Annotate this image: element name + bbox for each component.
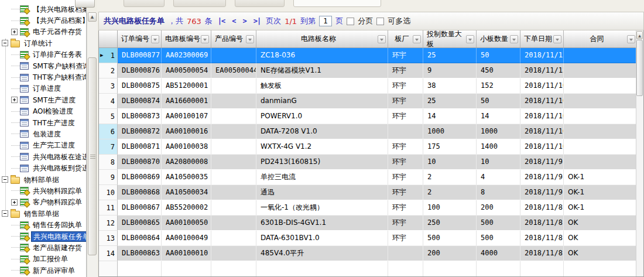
expand-plus-icon[interactable]	[11, 29, 18, 35]
sidebar-item-label[interactable]: 生产完工进度	[31, 141, 77, 150]
row-number-cell[interactable]: 8	[99, 155, 118, 170]
sidebar-item-label[interactable]: 共兴电路板到货进度	[31, 163, 87, 173]
scroll-up-icon[interactable]: ▲	[636, 31, 643, 39]
sidebar-item[interactable]: 生产完工进度	[0, 140, 86, 151]
row-number-cell[interactable]: 14	[99, 246, 118, 261]
sidebar-item-label[interactable]: THT生产进度	[31, 118, 77, 128]
row-number-cell[interactable]: 13	[99, 231, 118, 246]
column-header[interactable]: 投制数量大板	[423, 30, 477, 47]
table-row[interactable]: 5DLB000873AA00100107POWERV1.0环宇14142018/…	[99, 109, 643, 124]
expand-plus-icon[interactable]	[11, 199, 18, 206]
sidebar-item-label[interactable]: 订单统计	[22, 39, 54, 48]
table-row[interactable]: 1▶DLB000877AA02300069ZC18-036环宇25502018/…	[99, 48, 643, 63]
sidebar-item-label[interactable]: 订单排产任务表	[31, 50, 84, 59]
paging-checkbox[interactable]	[347, 18, 354, 25]
sidebar-item-label[interactable]: 【共兴产品档案】	[31, 16, 87, 25]
collapse-minus-icon[interactable]	[2, 176, 8, 183]
sidebar-item[interactable]: 订单统计	[0, 37, 86, 49]
column-header[interactable]: 板厂	[388, 30, 423, 47]
row-number-cell[interactable]: 5	[99, 109, 118, 124]
sidebar-item-label[interactable]: 共兴物料跟踪单	[31, 186, 84, 196]
scroll-up-icon[interactable]: ▲	[88, 12, 97, 22]
row-number-cell[interactable]: 3	[99, 78, 118, 94]
first-page-button[interactable]: |<	[216, 17, 227, 25]
sidebar-item-label[interactable]: 销售任务回执单	[31, 220, 84, 230]
sidebar-item-label[interactable]: AOI检验进度	[31, 107, 75, 116]
expand-plus-icon[interactable]	[11, 97, 18, 103]
column-header[interactable]: 电路板编号	[162, 30, 211, 47]
table-row[interactable]: 9DLB000869AA10500035单控三电流环宇242018/11/9OK…	[99, 170, 643, 185]
sidebar-item[interactable]: 包装进度	[0, 128, 86, 139]
sidebar-item-label[interactable]: 客户物料跟踪单	[31, 197, 84, 207]
filter-dropdown-icon[interactable]	[553, 35, 561, 43]
sidebar-item[interactable]: AOI检验进度	[0, 106, 86, 117]
grid-scrollbar[interactable]: ▲	[636, 30, 643, 276]
row-number-cell[interactable]: 1▶	[99, 48, 118, 63]
row-number-cell[interactable]: 10	[99, 185, 118, 200]
row-number-cell[interactable]: 12	[99, 216, 118, 231]
collapse-minus-icon[interactable]	[2, 40, 8, 46]
sidebar-item-label[interactable]: 包装进度	[31, 129, 63, 139]
table-row[interactable]: 7DLB000871AA00100038WXTX-4G V1.2环宇175140…	[99, 139, 643, 155]
table-row[interactable]: 8DLB000870AA20800008PD2413(160815)环宇1010…	[99, 155, 643, 170]
filter-dropdown-icon[interactable]	[510, 35, 518, 43]
table-row-partial[interactable]	[99, 261, 643, 277]
sidebar-item[interactable]: 【共兴产品档案】	[0, 15, 86, 26]
row-number-cell[interactable]	[99, 261, 118, 277]
sidebar-item-label[interactable]: 新产品评审单	[31, 266, 77, 275]
sidebar-item[interactable]: THT生产进度	[0, 117, 86, 128]
sidebar-item[interactable]: 共兴电路板任务单	[0, 231, 86, 242]
sidebar-item[interactable]: 【共兴电路板档案】	[0, 4, 86, 15]
table-row[interactable]: 4DLB000874AA16600001danmianG环宇25502018/1…	[99, 94, 643, 109]
next-page-button[interactable]: >	[241, 17, 248, 25]
sidebar-item-label[interactable]: 老产品新建存货	[31, 243, 84, 252]
prev-page-button[interactable]: <	[230, 17, 237, 25]
collapse-minus-icon[interactable]	[2, 210, 8, 217]
row-number-cell[interactable]: 11	[99, 200, 118, 216]
sidebar-item-label[interactable]: 销售部单据	[22, 209, 61, 218]
sidebar-item[interactable]: SMT生产进度	[0, 94, 86, 105]
table-row[interactable]: 12DLB000865AA001000506301B-DIS-4GV1.1环宇2…	[99, 216, 643, 231]
sidebar-item-label[interactable]: SMT客户缺料查询	[31, 61, 87, 71]
row-number-cell[interactable]: 9	[99, 170, 118, 185]
sidebar-item[interactable]: 电子元器件存货	[0, 26, 86, 37]
filter-dropdown-icon[interactable]	[246, 35, 254, 43]
sidebar-item[interactable]: 共兴电路板到货进度	[0, 162, 86, 173]
filter-dropdown-icon[interactable]	[413, 35, 421, 43]
column-header[interactable]: 下单日期	[520, 30, 564, 47]
row-number-cell[interactable]: 7	[99, 139, 118, 155]
goto-page-input[interactable]	[319, 16, 332, 26]
sidebar-item[interactable]: 老产品新建存货	[0, 242, 86, 253]
row-number-cell[interactable]: 2	[99, 63, 118, 78]
sidebar-item[interactable]: 新产品评审单	[0, 265, 86, 276]
row-number-cell[interactable]: 6	[99, 124, 118, 139]
sidebar-item[interactable]: 共兴物料跟踪单	[0, 185, 86, 196]
filter-dropdown-icon[interactable]	[378, 35, 386, 43]
row-number-cell[interactable]: 4	[99, 94, 118, 109]
column-header[interactable]: 电路板名称	[256, 30, 388, 47]
sidebar-scrollbar[interactable]: ▲	[87, 12, 97, 277]
table-row[interactable]: 6DLB000872AA00100016DATA-7208 V1.0100010…	[99, 124, 643, 139]
sidebar-item[interactable]: 销售部单据	[0, 208, 86, 219]
sidebar-item-label[interactable]: 物料部单据	[22, 175, 61, 184]
column-header[interactable]: 产品编号	[211, 30, 256, 47]
sidebar-item-label[interactable]: SMT生产进度	[31, 95, 77, 105]
table-row[interactable]: 2DLB000876AA00500054EA00500044NE存储器模块V1.…	[99, 63, 643, 78]
sidebar-item-label[interactable]: 订单进度	[31, 84, 63, 93]
sidebar-item[interactable]: 共兴电路板在途进度	[0, 151, 86, 162]
filter-dropdown-icon[interactable]	[627, 35, 635, 43]
sidebar-item[interactable]: 订单排产任务表	[0, 49, 86, 60]
sidebar-scrollbar-thumb[interactable]	[88, 57, 97, 255]
sidebar-item-label[interactable]: 电子元器件存货	[31, 27, 84, 36]
column-header[interactable]: 订单编号	[118, 30, 162, 47]
grid-scrollbar-thumb[interactable]	[636, 40, 643, 96]
sidebar-item[interactable]: SMT客户缺料查询	[0, 60, 86, 71]
filter-dropdown-icon[interactable]	[151, 35, 159, 43]
sidebar-item[interactable]: 销售任务回执单	[0, 219, 86, 230]
sidebar-item[interactable]: THT客户缺料查询	[0, 71, 86, 83]
sidebar-item[interactable]: 客户物料跟踪单	[0, 197, 86, 208]
sidebar-item-label[interactable]: 共兴电路板在途进度	[31, 152, 87, 162]
table-row[interactable]: 13DLB000864AA00100049DATA-6301BV1.0环宇500…	[99, 231, 643, 246]
table-row[interactable]: 11DLB000867AB55200002一氧化-1（改光耦）环宇1002002…	[99, 200, 643, 216]
sidebar-item-label[interactable]: THT客户缺料查询	[31, 73, 87, 82]
